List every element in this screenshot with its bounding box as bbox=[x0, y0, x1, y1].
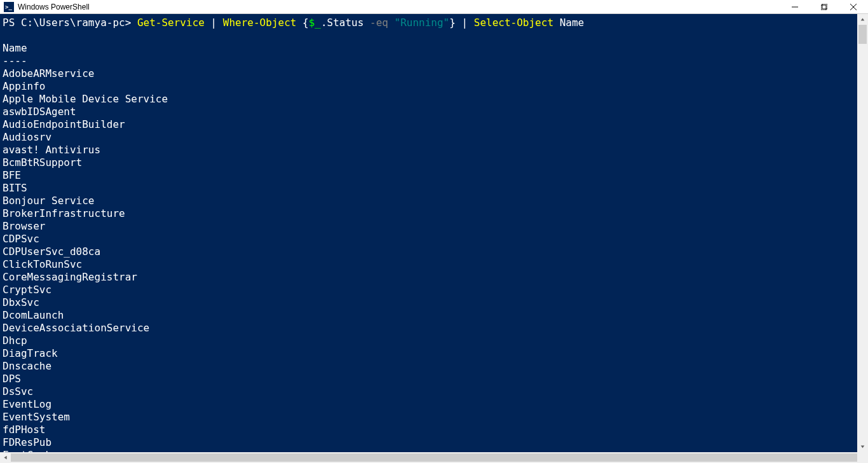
terminal-content[interactable]: PS C:\Users\ramya-pc> Get-Service | Wher… bbox=[0, 14, 868, 463]
chevron-up-icon bbox=[860, 17, 865, 22]
window-titlebar[interactable]: Windows PowerShell bbox=[0, 0, 868, 14]
svg-marker-6 bbox=[861, 445, 865, 448]
output-row: DcomLaunch bbox=[3, 309, 868, 322]
var-dollar: $_ bbox=[309, 17, 321, 29]
output-row: BITS bbox=[3, 182, 868, 195]
output-row: ClickToRunSvc bbox=[3, 258, 868, 271]
close-icon bbox=[850, 4, 857, 10]
output-row: AudioEndpointBuilder bbox=[3, 118, 868, 131]
maximize-icon bbox=[821, 4, 827, 10]
output-row: EventLog bbox=[3, 398, 868, 411]
svg-marker-7 bbox=[4, 456, 6, 460]
window-title: Windows PowerShell bbox=[18, 3, 90, 11]
chevron-left-icon bbox=[3, 455, 8, 460]
prompt-gt: > bbox=[125, 17, 137, 29]
output-row: fdPHost bbox=[3, 424, 868, 436]
scroll-up-button[interactable] bbox=[857, 14, 868, 25]
minimize-button[interactable] bbox=[780, 0, 810, 14]
output-row: DeviceAssociationService bbox=[3, 322, 868, 335]
output-row: Browser bbox=[3, 220, 868, 233]
vertical-scrollbar-track[interactable] bbox=[857, 25, 868, 441]
output-row: EventSystem bbox=[3, 411, 868, 424]
output-row: Appinfo bbox=[3, 80, 868, 93]
cmd-where-object: Where-Object bbox=[223, 17, 297, 29]
brace-close: } bbox=[449, 17, 456, 29]
output-row: DiagTrack bbox=[3, 347, 868, 360]
horizontal-scrollbar-thumb[interactable] bbox=[11, 453, 857, 462]
scroll-left-button[interactable] bbox=[0, 452, 11, 463]
output-row: DbxSvc bbox=[3, 296, 868, 309]
output-rows: AdobeARMserviceAppinfoApple Mobile Devic… bbox=[3, 67, 868, 462]
output-row: Dnscache bbox=[3, 360, 868, 373]
pipe-2: | bbox=[456, 17, 474, 29]
arg-name: Name bbox=[553, 17, 584, 29]
pipe-1: | bbox=[205, 17, 223, 29]
op-eq: -eq bbox=[370, 17, 395, 29]
close-button[interactable] bbox=[839, 0, 868, 14]
cmd-select-object: Select-Object bbox=[474, 17, 553, 29]
scrollbar-corner bbox=[857, 452, 868, 463]
output-row: avast! Antivirus bbox=[3, 144, 868, 156]
output-row: FDResPub bbox=[3, 436, 868, 449]
svg-rect-2 bbox=[822, 4, 827, 9]
output-row: Apple Mobile Device Service bbox=[3, 93, 868, 106]
chevron-down-icon bbox=[860, 445, 865, 449]
output-row: CryptSvc bbox=[3, 284, 868, 296]
blank-line bbox=[3, 29, 868, 42]
output-row: CDPSvc bbox=[3, 233, 868, 245]
output-row: BrokerInfrastructure bbox=[3, 207, 868, 220]
svg-rect-1 bbox=[821, 5, 826, 10]
vertical-scrollbar[interactable] bbox=[857, 14, 868, 452]
output-row: BcmBtRSupport bbox=[3, 156, 868, 169]
str-running: "Running" bbox=[395, 17, 450, 29]
vertical-scrollbar-thumb[interactable] bbox=[858, 25, 867, 44]
output-row: aswbIDSAgent bbox=[3, 106, 868, 118]
output-row: DsSvc bbox=[3, 385, 868, 398]
horizontal-scrollbar[interactable] bbox=[0, 452, 868, 463]
prompt-ps: PS bbox=[3, 17, 21, 29]
prop-status: .Status bbox=[321, 17, 370, 29]
window-controls bbox=[780, 0, 868, 14]
cmd-get-service: Get-Service bbox=[137, 17, 205, 29]
output-row: CoreMessagingRegistrar bbox=[3, 271, 868, 284]
output-header: Name bbox=[3, 42, 868, 55]
output-row: DPS bbox=[3, 373, 868, 385]
prompt-line: PS C:\Users\ramya-pc> Get-Service | Wher… bbox=[3, 17, 868, 29]
powershell-icon bbox=[4, 2, 14, 12]
scroll-down-button[interactable] bbox=[857, 441, 868, 452]
horizontal-scrollbar-track[interactable] bbox=[11, 452, 857, 463]
minimize-icon bbox=[792, 4, 798, 10]
terminal-window: PS C:\Users\ramya-pc> Get-Service | Wher… bbox=[0, 14, 868, 463]
output-row: Audiosrv bbox=[3, 131, 868, 144]
prompt-path: C:\Users\ramya-pc bbox=[21, 17, 125, 29]
output-row: BFE bbox=[3, 169, 868, 182]
brace-open: { bbox=[296, 17, 308, 29]
output-row: CDPUserSvc_d08ca bbox=[3, 245, 868, 258]
output-row: Dhcp bbox=[3, 335, 868, 347]
output-row: AdobeARMservice bbox=[3, 67, 868, 80]
output-divider: ---- bbox=[3, 55, 868, 67]
output-row: Bonjour Service bbox=[3, 195, 868, 207]
maximize-button[interactable] bbox=[810, 0, 839, 14]
svg-marker-5 bbox=[861, 18, 865, 20]
